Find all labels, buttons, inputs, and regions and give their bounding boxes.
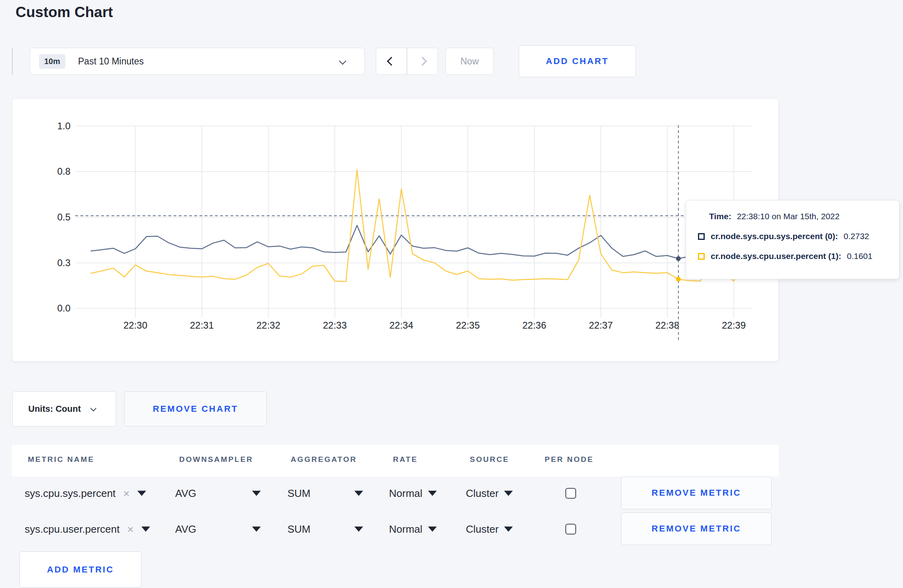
x-axis-tick-label: 22:36 bbox=[522, 320, 546, 331]
caret-down-icon bbox=[428, 527, 437, 532]
next-time-button[interactable] bbox=[407, 48, 438, 74]
per-node-checkbox[interactable] bbox=[565, 524, 576, 535]
caret-down-icon bbox=[504, 491, 513, 496]
tooltip-series-row: cr.node.sys.cpu.sys.percent (0): 0.2732 bbox=[698, 232, 899, 241]
hovered-point-dot bbox=[676, 256, 681, 261]
x-axis-tick-label: 22:35 bbox=[456, 320, 480, 331]
table-row: sys.cpu.sys.percent × AVG SUM Normal Clu… bbox=[0, 477, 903, 510]
caret-down-icon bbox=[504, 527, 513, 532]
chart-panel[interactable]: 0.00.30.50.81.022:3022:3122:3222:3322:34… bbox=[12, 98, 779, 362]
units-label: Units: Count bbox=[28, 404, 81, 414]
tooltip-series-row: cr.node.sys.cpu.user.percent (1): 0.1601 bbox=[698, 251, 899, 261]
metric-name-label: sys.cpu.sys.percent bbox=[25, 487, 115, 500]
caret-down-icon bbox=[354, 491, 363, 496]
caret-down-icon bbox=[252, 491, 261, 496]
tooltip-time-label: Time: bbox=[709, 212, 731, 221]
col-header-per-node: PER NODE bbox=[545, 455, 594, 464]
now-button[interactable]: Now bbox=[446, 48, 494, 75]
tooltip-series-name: cr.node.sys.cpu.user.percent (1): bbox=[711, 251, 841, 261]
col-header-aggregator: AGGREGATOR bbox=[291, 455, 357, 464]
aggregator-select[interactable]: SUM bbox=[287, 487, 363, 500]
per-node-checkbox[interactable] bbox=[565, 488, 576, 499]
x-axis-tick-label: 22:30 bbox=[123, 320, 147, 331]
y-axis-tick-label: 0.3 bbox=[57, 257, 70, 268]
aggregator-value: SUM bbox=[287, 523, 311, 535]
tooltip-series-value: 0.1601 bbox=[847, 251, 872, 261]
sys-series-swatch-icon bbox=[698, 233, 705, 240]
downsampler-value: AVG bbox=[175, 523, 196, 535]
hovered-point-dot bbox=[676, 277, 681, 282]
x-axis-tick-label: 22:37 bbox=[589, 320, 613, 331]
time-pager bbox=[376, 48, 438, 75]
rate-value: Normal bbox=[389, 523, 422, 535]
remove-metric-button[interactable]: REMOVE METRIC bbox=[621, 512, 772, 545]
downsampler-value: AVG bbox=[175, 487, 196, 500]
col-header-source: SOURCE bbox=[470, 455, 509, 464]
units-select[interactable]: Units: Count bbox=[12, 391, 116, 426]
user-series-swatch-icon bbox=[698, 253, 705, 260]
time-range-label: Past 10 Minutes bbox=[78, 56, 144, 67]
x-axis-tick-label: 22:38 bbox=[655, 320, 679, 331]
downsampler-select[interactable]: AVG bbox=[175, 523, 261, 535]
caret-down-icon bbox=[137, 491, 146, 496]
page-title: Custom Chart bbox=[16, 4, 113, 21]
x-axis-tick-label: 22:33 bbox=[323, 320, 347, 331]
x-axis-tick-label: 22:32 bbox=[256, 320, 280, 331]
caret-down-icon bbox=[252, 527, 261, 532]
add-metric-button[interactable]: ADD METRIC bbox=[20, 551, 141, 588]
chart-tooltip: Time: 22:38:10 on Mar 15th, 2022 cr.node… bbox=[686, 200, 899, 279]
metric-name-label: sys.cpu.user.percent bbox=[25, 523, 119, 535]
source-value: Cluster bbox=[466, 523, 498, 535]
downsampler-select[interactable]: AVG bbox=[175, 487, 261, 500]
remove-metric-x-icon[interactable]: × bbox=[127, 524, 133, 535]
source-value: Cluster bbox=[466, 487, 498, 500]
tooltip-time-row: Time: 22:38:10 on Mar 15th, 2022 bbox=[698, 212, 899, 221]
y-axis-tick-label: 0.0 bbox=[57, 303, 70, 313]
rate-value: Normal bbox=[389, 487, 422, 500]
chevron-right-icon bbox=[418, 57, 427, 66]
chevron-down-icon bbox=[90, 405, 97, 411]
caret-down-icon bbox=[141, 527, 150, 532]
add-chart-button[interactable]: ADD CHART bbox=[519, 45, 636, 77]
tooltip-series-name: cr.node.sys.cpu.sys.percent (0): bbox=[711, 232, 838, 241]
tooltip-time-value: 22:38:10 on Mar 15th, 2022 bbox=[737, 212, 840, 221]
remove-chart-button[interactable]: REMOVE CHART bbox=[124, 391, 267, 426]
x-axis-tick-label: 22:39 bbox=[722, 320, 746, 331]
chevron-left-icon bbox=[387, 57, 396, 66]
x-axis-tick-label: 22:31 bbox=[190, 320, 214, 331]
source-select[interactable]: Cluster bbox=[466, 487, 513, 500]
series-line bbox=[91, 226, 745, 259]
rate-select[interactable]: Normal bbox=[389, 523, 437, 535]
col-header-rate: RATE bbox=[393, 455, 418, 464]
caret-down-icon bbox=[428, 491, 437, 496]
aggregator-value: SUM bbox=[287, 487, 311, 500]
rate-select[interactable]: Normal bbox=[389, 487, 437, 500]
remove-metric-x-icon[interactable]: × bbox=[123, 488, 129, 499]
caret-down-icon bbox=[354, 527, 363, 532]
x-axis-tick-label: 22:34 bbox=[389, 320, 413, 331]
time-range-badge: 10m bbox=[39, 54, 65, 69]
timeseries-chart[interactable]: 0.00.30.50.81.022:3022:3122:3222:3322:34… bbox=[12, 99, 779, 362]
remove-metric-button[interactable]: REMOVE METRIC bbox=[621, 477, 772, 509]
prev-time-button[interactable] bbox=[376, 48, 407, 74]
y-axis-tick-label: 0.5 bbox=[57, 212, 70, 222]
tooltip-series-value: 0.2732 bbox=[844, 232, 869, 241]
y-axis-tick-label: 1.0 bbox=[57, 121, 70, 131]
toolbar-divider bbox=[12, 48, 13, 75]
metric-name-select[interactable]: sys.cpu.sys.percent × bbox=[25, 487, 146, 500]
col-header-downsampler: DOWNSAMPLER bbox=[179, 455, 253, 464]
source-select[interactable]: Cluster bbox=[466, 523, 513, 535]
table-row: sys.cpu.user.percent × AVG SUM Normal Cl… bbox=[0, 512, 903, 546]
metrics-table-header: METRIC NAME DOWNSAMPLER AGGREGATOR RATE … bbox=[12, 445, 779, 477]
chevron-down-icon bbox=[339, 57, 346, 64]
series-line bbox=[91, 170, 745, 282]
metric-name-select[interactable]: sys.cpu.user.percent × bbox=[25, 523, 150, 535]
aggregator-select[interactable]: SUM bbox=[287, 523, 363, 535]
y-axis-tick-label: 0.8 bbox=[57, 166, 70, 177]
col-header-metric-name: METRIC NAME bbox=[28, 455, 94, 464]
time-range-select[interactable]: 10m Past 10 Minutes bbox=[30, 48, 365, 75]
